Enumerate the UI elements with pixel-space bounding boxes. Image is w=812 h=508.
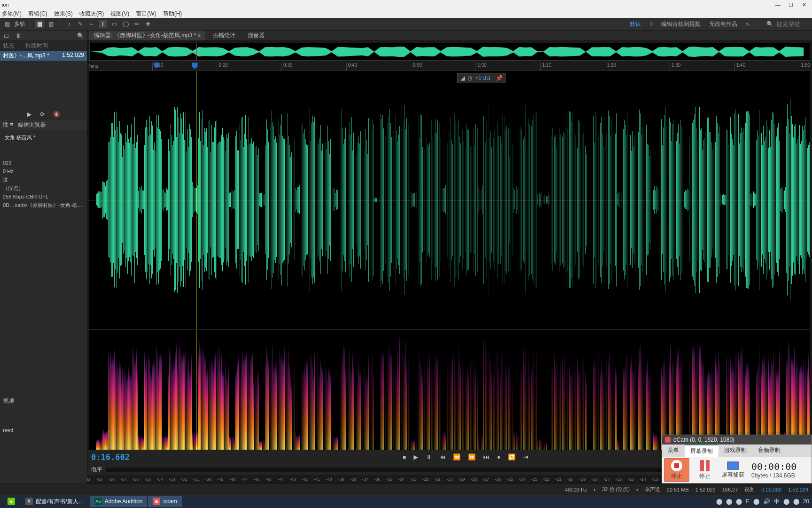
play-button[interactable]: ▶ (414, 453, 418, 460)
tab-media-browser[interactable]: 媒体浏览器 (18, 121, 46, 129)
overview-playhead[interactable] (196, 43, 197, 60)
pause-button[interactable]: ⏸ (426, 453, 432, 460)
taskbar-app1[interactable]: 🎙配音/有声书/新人… (21, 496, 89, 507)
stop-button[interactable]: ■ (403, 453, 406, 460)
workspace-menu-icon[interactable]: ≡ (649, 21, 653, 27)
hud-fade-icon[interactable]: ◢ (461, 75, 465, 81)
overview-waveform[interactable] (89, 43, 810, 61)
ruler-playhead[interactable] (192, 63, 198, 69)
hud-gain-value[interactable]: +0 dB (475, 75, 490, 81)
filter-icon[interactable]: 🔍 (77, 32, 84, 40)
properties-body: -女角-杨苗凤 * 029 0 Hz 道 （浮点） 256 Kbps CBR O… (0, 130, 87, 214)
tab-amplitude-stats[interactable]: 振幅统计 (208, 31, 240, 40)
workspace-editvideo[interactable]: 编辑音频到视频 (661, 20, 701, 28)
skip-selection-button[interactable]: ⇥ (523, 453, 528, 460)
trash-icon[interactable]: 🗑 (15, 32, 23, 40)
tab-properties[interactable]: 性 ≡ (3, 121, 13, 129)
waveform-view-icon[interactable]: ▤ (3, 20, 11, 28)
taskbar-ocam[interactable]: ▣ocam (148, 496, 181, 507)
hud-pin-icon[interactable]: 📌 (496, 75, 503, 81)
file-row[interactable]: 村医》-…凤.mp3 * 1:52.029 (0, 51, 87, 61)
db-tick: -46 (253, 477, 259, 482)
db-tick: -50 (205, 477, 211, 482)
search-input[interactable] (776, 21, 809, 28)
tab-editor[interactable]: 编辑器: 《赤脚村医》-女角-杨苗凤.mp3 *≡ (89, 31, 205, 40)
workspace-radio[interactable]: 无线电作品 (709, 20, 737, 28)
forward-button[interactable]: ⏩ (468, 453, 476, 460)
menu-multitrack[interactable]: 多轨(M) (2, 10, 22, 18)
menu-favorites[interactable]: 收藏夹(R) (79, 10, 104, 18)
close-button[interactable]: ✕ (802, 2, 806, 8)
tab-mixer[interactable]: 混音器 (243, 31, 269, 40)
prop-line4: （浮点） (3, 184, 84, 192)
loop-icon[interactable]: ⟳ (40, 111, 45, 118)
col-status[interactable]: 状态 (3, 42, 14, 50)
spectral-display-icon[interactable]: ▦ (35, 20, 44, 28)
tray-ime-icon[interactable]: 中 (774, 498, 780, 506)
db-tick: -57 (121, 477, 127, 482)
db-tick: -52 (181, 477, 187, 482)
menu-help[interactable]: 帮助(H) (163, 10, 182, 18)
status-view-start[interactable]: 0:00.000 (761, 487, 781, 492)
db-tick: -39 (338, 477, 344, 482)
move-tool-icon[interactable]: ↕ (65, 20, 73, 28)
play-icon[interactable]: ▶ (27, 111, 31, 118)
tray-icon[interactable]: F (746, 498, 749, 505)
ocam-tab-screen[interactable]: 屏幕录制 (685, 444, 718, 457)
multitrack-button[interactable]: 多轨 (14, 20, 25, 28)
timeline-ruler[interactable]: hms 0:100:200:300:400:501:001:101:201:30… (87, 63, 812, 71)
loop-button[interactable]: 🔁 (508, 453, 515, 460)
rewind-button[interactable]: ⏪ (453, 453, 461, 460)
hud-clock-icon[interactable]: ◷ (468, 75, 472, 81)
ocam-window[interactable]: oCam (0, 0, 1920, 1080) 菜单 屏幕录制 游戏录制 音频录… (662, 435, 812, 484)
mute-icon[interactable]: 🔇 (53, 111, 60, 118)
ocam-titlebar[interactable]: oCam (0, 0, 1920, 1080) (662, 435, 812, 444)
menu-clip[interactable]: 剪辑(C) (28, 10, 47, 18)
workspace-default[interactable]: 默认 (630, 20, 641, 28)
record-button[interactable]: ● (497, 453, 500, 460)
marquee-tool-icon[interactable]: ▭ (110, 20, 118, 28)
brush-tool-icon[interactable]: ✏ (133, 20, 141, 28)
ruler-tick: 1:40 (734, 63, 745, 71)
ocam-tab-game[interactable]: 游戏录制 (718, 444, 752, 457)
ruler-tick: 1:50 (799, 63, 810, 71)
ocam-stop-button[interactable]: 停止 (664, 458, 689, 482)
taskbar-audition[interactable]: AuAdobe Audition (90, 496, 148, 507)
tray-icon[interactable]: ⬤ (716, 498, 722, 505)
menu-window[interactable]: 窗口(W) (136, 10, 156, 18)
tray-icon[interactable]: ⬤ (793, 498, 799, 505)
razor-tool-icon[interactable]: ✎ (76, 20, 85, 28)
tray-icon[interactable]: ⬤ (783, 498, 789, 505)
lasso-tool-icon[interactable]: ◯ (121, 20, 130, 28)
workspace-more[interactable]: » (746, 21, 749, 27)
tray-volume-icon[interactable]: 🔊 (763, 498, 770, 505)
ocam-tab-menu[interactable]: 菜单 (662, 444, 685, 457)
ocam-capture-button[interactable]: 屏幕捕获 (720, 458, 746, 482)
pitch-display-icon[interactable]: ▧ (47, 20, 55, 28)
goto-end-button[interactable]: ⏭ (483, 453, 489, 460)
spectrogram-playhead[interactable] (196, 330, 196, 450)
slip-tool-icon[interactable]: ↔ (87, 20, 96, 28)
files-icon[interactable]: 🗀 (3, 32, 10, 40)
tray-icon[interactable]: ⬤ (726, 498, 732, 505)
tray-icon[interactable]: ⬤ (753, 498, 759, 505)
minimize-button[interactable]: — (775, 2, 780, 8)
ocam-pause-button[interactable]: 停止 (692, 458, 718, 482)
col-duration[interactable]: 持续时间 (25, 42, 48, 50)
tray-icon[interactable]: ⬤ (736, 498, 742, 505)
menu-effects[interactable]: 效果(S) (54, 10, 73, 18)
time-selection-tool-icon[interactable]: I (99, 20, 107, 28)
spot-heal-tool-icon[interactable]: ✚ (144, 20, 152, 28)
goto-start-button[interactable]: ⏮ (439, 453, 445, 460)
start-button[interactable]: ◉ (3, 496, 20, 507)
main-waveform[interactable] (89, 71, 810, 329)
db-tick: -45 (265, 477, 272, 482)
ocam-tab-audio[interactable]: 音频录制 (752, 444, 786, 457)
menu-view[interactable]: 视图(V) (110, 10, 129, 18)
spectrogram[interactable] (89, 329, 810, 450)
tray-clock[interactable]: 20 (803, 498, 809, 505)
search-icon: 🔍 (766, 21, 773, 27)
status-view-end[interactable]: 1:52.029 (788, 487, 808, 492)
timecode-display[interactable]: 0:16.602 (91, 452, 130, 462)
maximize-button[interactable]: ☐ (789, 2, 793, 8)
